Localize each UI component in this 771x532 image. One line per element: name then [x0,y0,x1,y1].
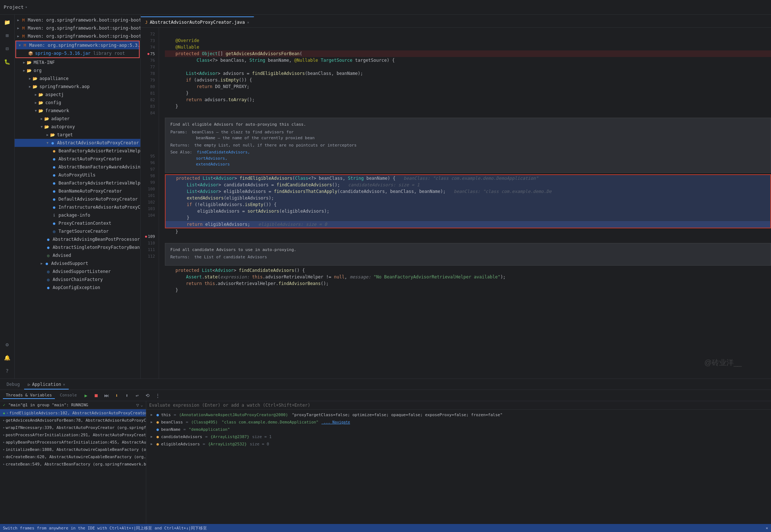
project-icon[interactable]: 📁 [3,18,12,27]
class-aop-config-exception[interactable]: ● AopConfigException [15,284,140,292]
method-icon: ● [51,148,57,154]
bookmarks-icon[interactable]: ⊟ [3,44,12,53]
project-label[interactable]: Project ▾ [4,4,27,10]
interface-advisor-chain-factory[interactable]: ◎ AdvisorChainFactory [15,276,140,284]
thread-item-2[interactable]: ▸ getAdvicesAndAdvisorsForBean:78, Abstr… [0,417,146,424]
tree-item-label: framework [45,108,69,113]
watch-item-candidate[interactable]: ▶ ● candidateAdvisors = {ArrayList@2387}… [146,433,771,440]
folder-aspectj[interactable]: ▶ 📂 aspectj [15,91,140,99]
thread-item-7[interactable]: ▸ doCreateBean:620, AbstractAutowireCapa… [0,453,146,460]
maven-item-2[interactable]: ▶ M Maven: org.springframework.boot:spri… [15,24,140,32]
class-auto-proxy-utils[interactable]: ● AutoProxyUtils [15,171,140,179]
thread-sort-icon[interactable]: ⌄ [140,403,143,407]
tree-item-label: autoproxy [51,124,75,129]
class-default-advisor-auto-proxy[interactable]: ● DefaultAdvisorAutoProxyCreator [15,195,140,203]
tab-close-button[interactable]: × [247,20,249,24]
thread-item-4[interactable]: ▸ postProcessAfterInitialization:291, Ab… [0,431,146,438]
threads-variables-label: Threads & Variables [6,393,52,398]
bottom-tab-application[interactable]: ▷ Application × [24,380,69,390]
doc-link-2[interactable]: sortAdvisors, [196,156,227,161]
tree-item-label: adapter [51,116,70,121]
folder-adapter[interactable]: ▶ 📂 adapter [15,115,140,123]
status-close-button[interactable]: × [766,526,768,531]
threads-variables-tab[interactable]: Threads & Variables [3,392,55,399]
watch-type-icon: ● [156,434,159,439]
run-to-cursor-button[interactable]: ↩ [133,391,141,399]
step-out-button[interactable]: ⬆ [123,391,131,399]
maven-item-3[interactable]: ▶ M Maven: org.springframework.boot:spri… [15,32,140,40]
resume-button[interactable]: ▶ [82,391,90,399]
watch-item-beanname[interactable]: ● beanName = "demoApplication" [146,426,771,433]
interface-target-source-creator[interactable]: ◎ TargetSourceCreator [15,227,140,235]
thread-check-icon: ◆ [3,411,5,415]
folder-org[interactable]: ▶ 📂 org [15,66,140,75]
help-icon[interactable]: ? [3,366,12,376]
line-num-96: 96 [141,159,159,166]
class-bean-name-auto-proxy[interactable]: ● BeanNameAutoProxyCreator [15,187,140,195]
code-line-101: } [166,214,770,221]
class-icon: ● [51,220,57,226]
class-proxy-creation-context[interactable]: ● ProxyCreationContext [15,219,140,227]
evaluate-button[interactable]: ⟲ [143,391,151,399]
folder-springframework-aop[interactable]: ▶ 📂 springframework.aop [15,83,140,91]
class-advised-support[interactable]: ▶ ● AdvisedSupport [15,259,140,267]
jar-icon: 📦 [28,50,34,56]
structure-icon[interactable]: ⊞ [3,31,12,40]
more-button[interactable]: ⋮ [154,391,162,399]
console-tab[interactable]: Console [57,392,80,399]
settings-bottom-icon[interactable]: ⚙ [3,340,12,349]
maven-item-spring-aop[interactable]: ▼ M Maven: org.springframework:spring-ao… [16,41,139,49]
watch-item-beanclass[interactable]: ▶ ● beanClass = (Class@495) "class com.e… [146,418,771,426]
debug-icon[interactable]: 🐛 [3,57,12,66]
application-tab-close[interactable]: × [63,383,65,387]
thread-item-8[interactable]: ▸ createBean:549, AbstractBeanFactory (o… [0,460,146,468]
folder-config[interactable]: ▶ 📂 config [15,99,140,107]
class-abstract-advising[interactable]: ● AbstractAdvisingBeanPostProcessor [15,235,140,243]
thread-item-3[interactable]: ▸ wrapIfNecessary:339, AbstractAutoProxy… [0,424,146,431]
step-into-button[interactable]: ⬇ [113,391,121,399]
interface-advised-support-listener[interactable]: ◎ AdvisedSupportListener [15,267,140,276]
stop-button[interactable]: ⏹ [92,391,100,399]
class-infrastructure-advisor[interactable]: ● InfrastructureAdvisorAutoProxyCrea [15,203,140,211]
spring-aop-jar[interactable]: 📦 spring-aop-5.3.16.jar library root [16,49,139,57]
watch-item-eligible[interactable]: ▶ ● eligibleAdvisors = {ArrayList@2532} … [146,440,771,448]
editor-tab-main[interactable]: J AbstractAdvisorAutoProxyCreator.java × [141,16,254,27]
arrow-icon: ▶ [22,68,26,73]
folder-aopalliance[interactable]: ▶ 📂 aopalliance [15,75,140,83]
thread-item-1[interactable]: ◆ ▸ findEligibleAdvisors:102, AbstractAd… [0,409,146,417]
interface-advised[interactable]: ◎ Advised [15,251,140,259]
editor-content[interactable]: 72 73 74 ●75 76 77 78 79 80 81 82 83 84 [141,28,771,379]
doc-link-3[interactable]: extendAdvisors [196,162,230,167]
evaluate-expression-input[interactable] [149,403,768,408]
folder-framework[interactable]: ▼ 📂 framework [15,107,140,115]
folder-meta-inf[interactable]: ▶ 📂 META-INF [15,58,140,66]
thread-method-3: wrapIfNecessary:339, AbstractAutoProxyCr… [5,425,146,430]
maven-item-1[interactable]: ▶ M Maven: org.springframework.boot:spri… [15,16,140,24]
watch-val-beanclass: (Class@495) [191,420,218,425]
class-abstract-auto-proxy[interactable]: ● AbstractAutoProxyCreator [15,155,140,163]
class-abstract-singleton-proxy[interactable]: ● AbstractSingletonProxyFactoryBean [15,243,140,251]
doc-see-also-label: See Also: [170,150,192,155]
doc-popup-returns: Returns: the empty List, not null, if th… [170,142,766,149]
class-abstract-bean-factory[interactable]: ● AbstractBeanFactoryAwareAdvisin [15,163,140,171]
maven-icon: M [20,17,26,23]
filter-icon[interactable]: ▽ [136,402,139,408]
bottom-tab-debug[interactable]: Debug [3,380,23,390]
thread-item-6[interactable]: ▸ initializeBean:1808, AbstractAutowireC… [0,446,146,453]
watch-item-this[interactable]: ▶ ● this = (AnnotationAwareAspectJAutoPr… [146,411,771,418]
class-bean-factory-advisor[interactable]: ● BeanFactoryAdvisorRetrievalHelper [15,179,140,187]
tree-item-label: AbstractBeanFactoryAwareAdvisin [58,164,140,170]
thread-item-5[interactable]: ▸ applyBeanPostProcessorsAfterInitializa… [0,438,146,446]
navigate-link-beanclass[interactable]: ... Navigate [321,420,350,424]
watch-size-candidate: size = 1 [252,434,272,439]
tree-item-label: AdvisorChainFactory [53,277,103,282]
doc-link-1[interactable]: findCandidateAdvisors, [197,150,250,155]
class-bean-factory-advisor-retrieval-helper[interactable]: ● BeanFactoryAdvisorRetrievalHelp [15,147,140,155]
class-abstract-advisor-auto-proxy-creator[interactable]: ▼ ● AbstractAdvisorAutoProxyCreator [15,139,140,147]
step-over-button[interactable]: ⏭ [102,391,110,399]
notifications-icon[interactable]: 🔔 [3,353,12,362]
folder-target[interactable]: ▶ 📂 target [15,131,140,139]
folder-autoproxy[interactable]: ▼ 📂 autoproxy [15,123,140,131]
watch-equals: = [203,442,205,446]
class-package-info[interactable]: ℹ package-info [15,211,140,219]
